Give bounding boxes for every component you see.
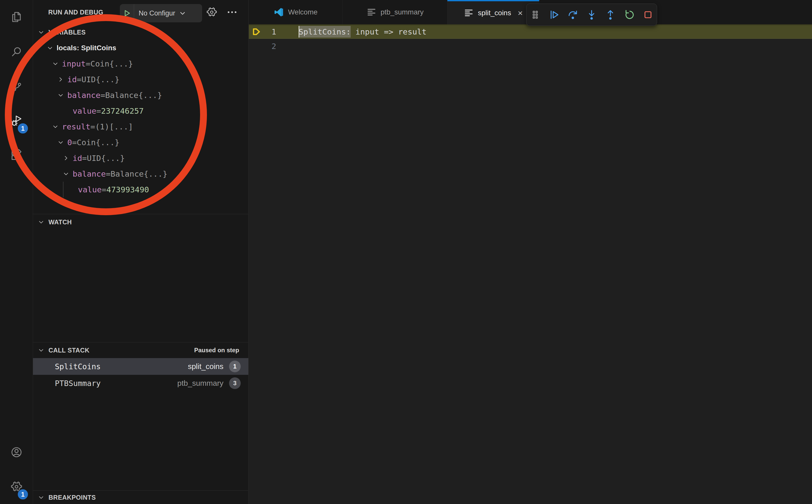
- debug-config-label: No Configur: [139, 9, 175, 17]
- restart-icon: [623, 9, 635, 21]
- frame-source: split_coins: [188, 362, 223, 371]
- step-out-button[interactable]: [602, 6, 619, 24]
- variable-value: 237246257: [101, 106, 144, 115]
- variables-section-header[interactable]: VARIABLES: [33, 24, 248, 40]
- variable-row-balance[interactable]: balance = Balance{...}: [33, 166, 248, 182]
- call-stack-section-header[interactable]: CALL STACK Paused on step: [33, 342, 248, 358]
- call-stack-header-label: CALL STACK: [48, 347, 89, 354]
- activity-bar-bottom: 1: [0, 435, 33, 504]
- tab-Welcome[interactable]: Welcome: [249, 0, 343, 24]
- sidebar-header: RUN AND DEBUG No Configur: [33, 0, 248, 24]
- equals-sign: =: [72, 138, 77, 147]
- notification-badge: 1: [17, 123, 28, 134]
- activity-item-manage[interactable]: 1: [0, 469, 33, 504]
- chevron-down-icon: [38, 219, 45, 226]
- frame-line-badge: 3: [229, 377, 241, 389]
- files-icon: [10, 11, 23, 23]
- variable-name: balance: [73, 169, 106, 178]
- activity-item-accounts[interactable]: [0, 435, 33, 469]
- equals-sign: =: [102, 185, 106, 194]
- variable-value: UID{...}: [81, 75, 119, 84]
- variables-scope-row[interactable]: locals: SplitCoins: [33, 40, 248, 56]
- variable-row-value[interactable]: value = 237246257: [33, 103, 248, 119]
- editor-line-2[interactable]: 2: [249, 39, 812, 53]
- activity-item-search[interactable]: [0, 35, 33, 69]
- editor-gutter[interactable]: 1: [249, 24, 298, 39]
- activity-item-source-control[interactable]: [0, 69, 33, 104]
- close-icon[interactable]: ×: [518, 9, 523, 17]
- equals-sign: =: [90, 122, 95, 131]
- continue-button[interactable]: [546, 6, 563, 24]
- activity-item-explorer[interactable]: [0, 0, 33, 35]
- watch-section-header[interactable]: WATCH: [33, 214, 248, 230]
- activity-bar: 1 1: [0, 0, 33, 504]
- call-stack-frame-PTBSummary[interactable]: PTBSummaryptb_summary3: [33, 375, 248, 392]
- variable-row-result[interactable]: result = (1)[...]: [33, 119, 248, 135]
- debug-config-dropdown[interactable]: No Configur: [120, 4, 202, 22]
- paused-status-badge: Paused on step: [194, 347, 239, 354]
- step-over-icon: [567, 9, 579, 21]
- chevron-down-icon[interactable]: [57, 139, 67, 146]
- tab-split_coins[interactable]: split_coins×: [448, 0, 539, 24]
- variable-name: input: [62, 59, 86, 68]
- variable-value: Balance{...}: [105, 91, 162, 100]
- editor-group: Welcomeptb_summarysplit_coins× 1 SplitCo…: [249, 0, 812, 504]
- line-number: 1: [271, 24, 276, 39]
- stop-button[interactable]: [640, 6, 656, 24]
- variable-value: UID{...}: [87, 154, 125, 163]
- variable-row-id[interactable]: id = UID{...}: [33, 150, 248, 166]
- chevron-right-icon[interactable]: [62, 155, 73, 162]
- step-into-icon: [586, 9, 598, 21]
- chevron-down-icon[interactable]: [62, 170, 73, 177]
- frame-source: ptb_summary: [177, 379, 223, 388]
- frame-line-badge: 1: [229, 361, 241, 372]
- line-number: 2: [271, 39, 276, 53]
- step-over-button[interactable]: [565, 6, 581, 24]
- debug-paused-marker-icon: [251, 27, 261, 37]
- code-rest: input => result: [351, 27, 427, 36]
- run-and-debug-sidebar: RUN AND DEBUG No Configur VARIABLE: [33, 0, 248, 504]
- variable-row-0[interactable]: 0 = Coin{...}: [33, 135, 248, 150]
- variable-name: result: [62, 122, 90, 131]
- breakpoints-header-label: BREAKPOINTS: [48, 494, 96, 501]
- variable-name: id: [73, 154, 82, 163]
- call-stack-frame-SplitCoins[interactable]: SplitCoinssplit_coins1: [33, 358, 248, 375]
- editor-line-1[interactable]: 1 SplitCoins: input => result: [249, 24, 812, 39]
- step-into-button[interactable]: [583, 6, 600, 24]
- call-stack-frames: SplitCoinssplit_coins1PTBSummaryptb_summ…: [33, 358, 248, 392]
- equals-sign: =: [82, 154, 87, 163]
- toolbar-drag-handle[interactable]: [527, 6, 544, 24]
- tab-ptb_summary[interactable]: ptb_summary: [343, 0, 448, 24]
- tab-label: ptb_summary: [380, 8, 424, 16]
- variables-tree: locals: SplitCoinsinput = Coin{...}id = …: [33, 40, 248, 197]
- activity-item-run-and-debug[interactable]: 1: [0, 104, 33, 138]
- file-lines-icon: [464, 8, 474, 18]
- variable-row-input[interactable]: input = Coin{...}: [33, 56, 248, 72]
- chevron-down-icon[interactable]: [57, 92, 67, 99]
- restart-button[interactable]: [621, 6, 638, 24]
- chevron-right-icon[interactable]: [57, 76, 67, 83]
- gear-icon[interactable]: [206, 7, 218, 19]
- activity-item-extensions[interactable]: [0, 138, 33, 173]
- chevron-down-icon[interactable]: [52, 60, 62, 67]
- variable-name: id: [67, 75, 77, 84]
- sidebar-title: RUN AND DEBUG: [48, 9, 103, 16]
- variable-row-value[interactable]: value = 473993490: [33, 182, 248, 197]
- code-editor[interactable]: 1 SplitCoins: input => result 2: [249, 24, 812, 504]
- variable-name: balance: [67, 91, 101, 100]
- vscode-logo-icon: [274, 7, 284, 17]
- breakpoints-section-header[interactable]: BREAKPOINTS: [33, 491, 248, 504]
- play-icon[interactable]: [120, 4, 134, 22]
- variable-row-id[interactable]: id = UID{...}: [33, 72, 248, 87]
- chevron-down-icon[interactable]: [52, 123, 62, 130]
- scope-label: locals: SplitCoins: [57, 44, 116, 52]
- stop-icon: [642, 9, 654, 21]
- ellipsis-icon[interactable]: [226, 7, 239, 19]
- equals-sign: =: [106, 169, 111, 178]
- editor-gutter[interactable]: 2: [249, 39, 298, 53]
- variable-value: 473993490: [106, 185, 149, 194]
- chevron-down-icon[interactable]: [46, 44, 57, 52]
- frame-name: SplitCoins: [55, 362, 101, 371]
- variable-row-balance[interactable]: balance = Balance{...}: [33, 87, 248, 103]
- chevron-down-icon: [179, 9, 186, 17]
